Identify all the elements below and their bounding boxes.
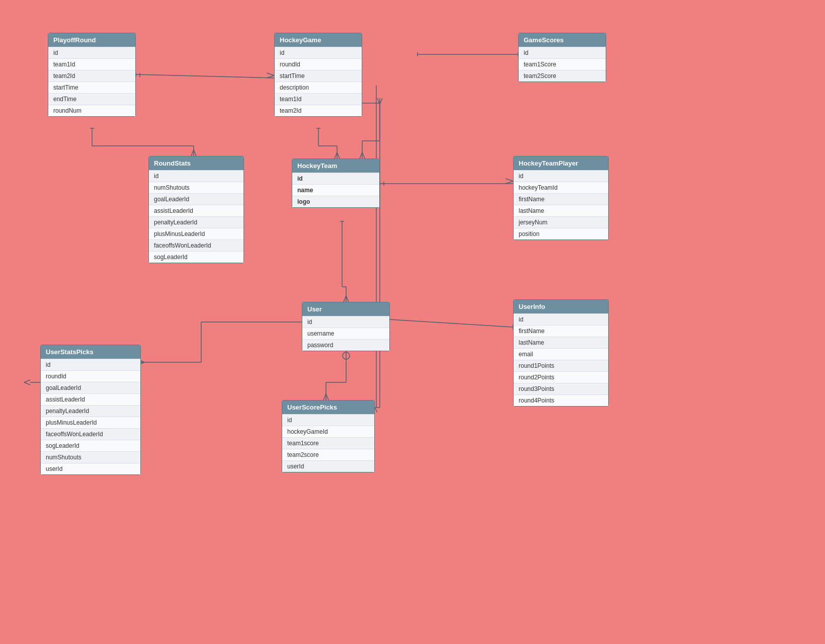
svg-line-9 (194, 150, 196, 156)
field-row: lastName (514, 337, 608, 348)
svg-line-8 (191, 150, 194, 156)
svg-line-30 (346, 296, 349, 302)
field-row: userId (41, 463, 140, 474)
field-row: firstName (514, 325, 608, 337)
field-row: userId (282, 460, 374, 472)
field-row: round3Points (514, 383, 608, 394)
svg-line-62 (375, 408, 377, 413)
field-row: faceoffsWonLeaderId (41, 428, 140, 440)
svg-line-46 (24, 382, 30, 385)
field-row: team2Id (48, 70, 135, 82)
field-row: sogLeaderId (149, 251, 243, 263)
field-row: goalLeaderId (41, 382, 140, 393)
field-row: roundId (275, 58, 362, 70)
table-header-user-stats-picks: UserStatsPicks (41, 345, 140, 359)
table-user-info: UserInfo id firstName lastName email rou… (513, 299, 609, 407)
field-row: goalLeaderId (149, 193, 243, 205)
field-row: plusMinusLeaderId (149, 228, 243, 239)
field-row: assistLeaderId (41, 393, 140, 405)
table-header-user-score-picks: UserScorePicks (282, 400, 374, 414)
svg-line-52 (326, 394, 328, 400)
field-row: password (302, 339, 389, 351)
svg-line-24 (506, 179, 513, 181)
field-row: team1Id (48, 58, 135, 70)
field-row: numShutouts (149, 182, 243, 193)
table-header-hockey-game: HockeyGame (275, 33, 362, 47)
field-row: team2Score (519, 70, 606, 82)
field-row: plusMinusLeaderId (41, 417, 140, 428)
field-row: id (149, 170, 243, 182)
table-user: User id username password (302, 302, 390, 351)
field-row: id (41, 359, 140, 370)
field-row: team1Score (519, 58, 606, 70)
svg-line-25 (506, 181, 513, 184)
field-row: round2Points (514, 371, 608, 383)
field-row: id (514, 313, 608, 325)
svg-line-66 (380, 98, 382, 104)
field-row: team2score (282, 449, 374, 460)
er-diagram: PlayoffRound id team1Id team2Id startTim… (0, 0, 825, 644)
field-row: endTime (48, 93, 135, 105)
field-row: hockeyTeamId (514, 182, 608, 193)
svg-line-14 (335, 152, 337, 158)
field-row: lastName (514, 205, 608, 216)
field-row: numShutouts (41, 451, 140, 463)
table-playoff-round: PlayoffRound id team1Id team2Id startTim… (48, 33, 136, 117)
svg-line-32 (390, 319, 513, 327)
field-row: penaltyLeaderId (149, 216, 243, 228)
field-row: id (514, 170, 608, 182)
field-row: id (275, 47, 362, 58)
field-row: sogLeaderId (41, 440, 140, 451)
field-row: id (519, 47, 606, 58)
field-row: hockeyGameId (282, 426, 374, 437)
field-row: round1Points (514, 360, 608, 371)
svg-line-57 (360, 152, 362, 158)
svg-line-65 (377, 98, 380, 104)
svg-line-2 (267, 75, 274, 78)
table-round-stats: RoundStats id numShutouts goalLeaderId a… (148, 156, 244, 263)
svg-point-50 (343, 352, 350, 359)
table-hockey-game: HockeyGame id roundId startTime descript… (274, 33, 362, 117)
field-row: name (292, 184, 379, 196)
svg-line-29 (344, 296, 346, 302)
table-header-user-info: UserInfo (514, 300, 608, 313)
field-row: logo (292, 196, 379, 207)
svg-line-51 (323, 394, 326, 400)
field-row: description (275, 82, 362, 93)
table-header-hockey-team: HockeyTeam (292, 159, 379, 173)
table-header-playoff-round: PlayoffRound (48, 33, 135, 47)
table-user-stats-picks: UserStatsPicks id roundId goalLeaderId a… (40, 345, 141, 475)
svg-line-15 (337, 152, 340, 158)
field-row: startTime (275, 70, 362, 82)
field-row: position (514, 228, 608, 239)
field-row: startTime (48, 82, 135, 93)
field-row: firstName (514, 193, 608, 205)
field-row: id (48, 47, 135, 58)
table-header-game-scores: GameScores (519, 33, 606, 47)
field-row: id (292, 173, 379, 184)
table-header-hockey-team-player: HockeyTeamPlayer (514, 156, 608, 170)
field-row: team1Id (275, 93, 362, 105)
table-hockey-team-player: HockeyTeamPlayer id hockeyTeamId firstNa… (513, 156, 609, 240)
svg-line-45 (24, 380, 30, 382)
table-header-user: User (302, 302, 389, 316)
field-row: faceoffsWonLeaderId (149, 239, 243, 251)
svg-line-58 (362, 152, 365, 158)
table-game-scores: GameScores id team1Score team2Score (518, 33, 606, 82)
field-row: id (282, 414, 374, 426)
field-row: id (302, 316, 389, 328)
field-row: email (514, 348, 608, 360)
table-user-score-picks: UserScorePicks id hockeyGameId team1scor… (282, 400, 375, 472)
field-row: roundId (41, 370, 140, 382)
field-row: assistLeaderId (149, 205, 243, 216)
field-row: jerseyNum (514, 216, 608, 228)
field-row: username (302, 328, 389, 339)
field-row: penaltyLeaderId (41, 405, 140, 417)
field-row: round4Points (514, 394, 608, 406)
field-row: team2Id (275, 105, 362, 116)
svg-line-0 (136, 74, 274, 78)
table-hockey-team: HockeyTeam id name logo (292, 158, 380, 208)
field-row: roundNum (48, 105, 135, 116)
table-header-round-stats: RoundStats (149, 156, 243, 170)
svg-line-1 (267, 73, 274, 75)
